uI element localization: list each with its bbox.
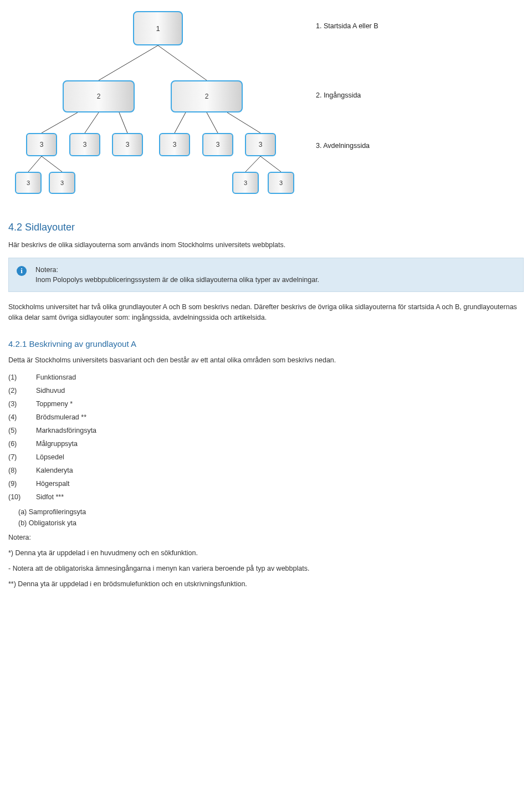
heading-4-2-1: 4.2.1 Beskrivning av grundlayout A — [8, 339, 524, 349]
legend-item-2: 2. Ingångssida — [316, 91, 361, 99]
node-label: 1 — [156, 24, 160, 33]
svg-line-5 — [175, 112, 186, 133]
list-num: (1) — [8, 371, 36, 384]
node-label: 3 — [216, 141, 220, 148]
tree-node-l3: 3 — [159, 133, 190, 156]
list-text: Toppmeny * — [36, 397, 101, 411]
list-item: (7)Löpsedel — [8, 450, 101, 464]
list-text: Funktionsrad — [36, 371, 101, 384]
paragraph-grundlayouter: Stockholms universitet har två olika gru… — [8, 302, 524, 322]
list-num: (5) — [8, 424, 36, 437]
node-label: 2 — [97, 93, 101, 100]
list-item: (1)Funktionsrad — [8, 371, 101, 384]
tree-node-l4: 3 — [15, 172, 42, 194]
list-num: (10) — [8, 490, 36, 504]
info-body: Inom Polopolys webbpubliceringssystem är… — [35, 276, 319, 284]
svg-line-9 — [42, 156, 62, 172]
node-label: 3 — [279, 180, 283, 186]
list-text: Kalenderyta — [36, 464, 101, 477]
heading-4-2: 4.2 Sidlayouter — [8, 222, 524, 233]
sub-item-b: (b) Obligatorisk yta — [18, 519, 524, 527]
node-label: 3 — [259, 141, 263, 148]
legend-item-3: 3. Avdelningssida — [316, 142, 370, 150]
list-num: (9) — [8, 477, 36, 490]
node-label: 3 — [27, 180, 30, 186]
list-item: (10)Sidfot *** — [8, 490, 101, 504]
paragraph-intro: Här beskrivs de olika sidlayouterna som … — [8, 240, 524, 250]
list-item: (8)Kalenderyta — [8, 464, 101, 477]
node-label: 3 — [40, 141, 44, 148]
tree-node-l3: 3 — [26, 133, 57, 156]
tree-node-l3: 3 — [202, 133, 233, 156]
list-text: Brödsmulerad ** — [36, 411, 101, 424]
tree-node-root: 1 — [133, 11, 183, 45]
list-item: (6)Målgruppsyta — [8, 437, 101, 450]
tree-node-l2-right: 2 — [171, 80, 243, 112]
node-label: 2 — [205, 93, 209, 100]
notera-label: Notera: — [8, 532, 524, 542]
info-icon: i — [17, 266, 27, 276]
footnote-star: *) Denna yta är uppdelad i en huvudmeny … — [8, 548, 524, 558]
tree-node-l3: 3 — [112, 133, 143, 156]
list-text: Högerspalt — [36, 477, 101, 490]
list-num: (4) — [8, 411, 36, 424]
list-text: Sidhuvud — [36, 384, 101, 397]
info-box: i Notera: Inom Polopolys webbpublicering… — [8, 258, 524, 292]
node-label: 3 — [126, 141, 130, 148]
list-item: (5)Marknadsföringsyta — [8, 424, 101, 437]
tree-node-l2-left: 2 — [63, 80, 135, 112]
tree-node-l3: 3 — [69, 133, 100, 156]
legend-item-1: 1. Startsida A eller B — [316, 22, 378, 30]
list-num: (7) — [8, 450, 36, 464]
tree-node-l4: 3 — [49, 172, 75, 194]
tree-node-l3: 3 — [245, 133, 276, 156]
list-num: (3) — [8, 397, 36, 411]
hierarchy-diagram: 1 2 2 3 3 3 3 3 3 3 3 3 3 1. Startsida A… — [8, 6, 524, 205]
tree-node-l4: 3 — [268, 172, 294, 194]
svg-line-1 — [158, 45, 207, 80]
node-label: 3 — [173, 141, 177, 148]
svg-line-10 — [245, 156, 260, 172]
svg-line-3 — [85, 112, 99, 133]
list-item: (3)Toppmeny * — [8, 397, 101, 411]
list-text: Målgruppsyta — [36, 437, 101, 450]
list-num: (6) — [8, 437, 36, 450]
footnote-dash: - Notera att de obligatoriska ämnesingån… — [8, 564, 524, 573]
tree-node-l4: 3 — [232, 172, 259, 194]
svg-line-2 — [42, 112, 78, 133]
sub-item-a: (a) Samprofileringsyta — [18, 508, 524, 516]
info-title: Notera: — [35, 266, 58, 274]
node-label: 3 — [244, 180, 247, 186]
svg-line-7 — [227, 112, 260, 133]
node-label: 3 — [60, 180, 64, 186]
list-text: Marknadsföringsyta — [36, 424, 101, 437]
list-num: (2) — [8, 384, 36, 397]
paragraph-421-intro: Detta är Stockholms universitets basvari… — [8, 355, 524, 365]
list-text: Sidfot *** — [36, 490, 101, 504]
layout-parts-list: (1)Funktionsrad (2)Sidhuvud (3)Toppmeny … — [8, 371, 101, 504]
list-num: (8) — [8, 464, 36, 477]
sub-list: (a) Samprofileringsyta (b) Obligatorisk … — [18, 508, 524, 527]
list-item: (9)Högerspalt — [8, 477, 101, 490]
footnote-double-star: **) Denna yta är uppdelad i en brödsmule… — [8, 579, 524, 589]
svg-line-0 — [99, 45, 158, 80]
svg-line-6 — [207, 112, 218, 133]
list-item: (2)Sidhuvud — [8, 384, 101, 397]
list-text: Löpsedel — [36, 450, 101, 464]
node-label: 3 — [83, 141, 87, 148]
list-item: (4)Brödsmulerad ** — [8, 411, 101, 424]
svg-line-8 — [28, 156, 42, 172]
svg-line-11 — [260, 156, 281, 172]
svg-line-4 — [119, 112, 127, 133]
